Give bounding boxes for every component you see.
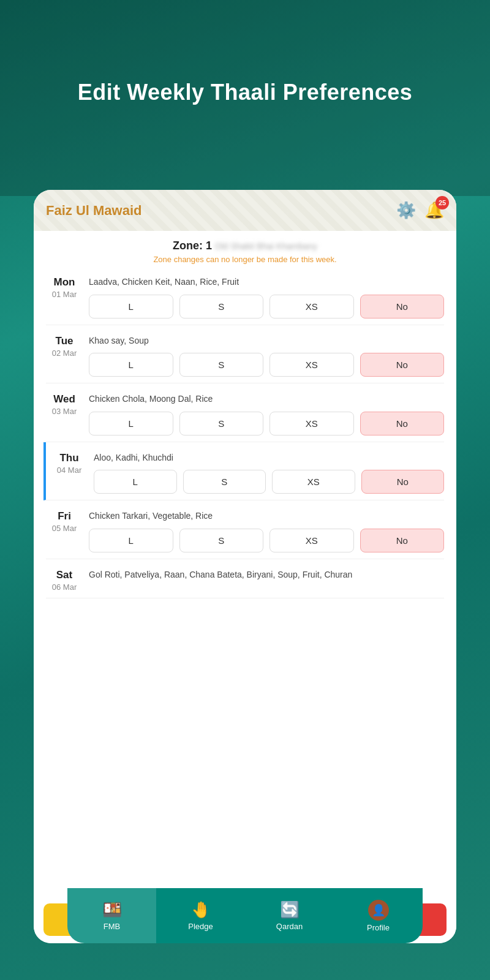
nav-item-fmb[interactable]: 🍱 FMB xyxy=(67,888,156,943)
size-btn-mon-s[interactable]: S xyxy=(179,295,264,318)
bottom-nav: 🍱 FMB 🤚 Pledge 🔄 Qardan 👤 Profile xyxy=(67,888,423,943)
size-btn-fri-s[interactable]: S xyxy=(179,529,264,552)
nav-label-qardan: Qardan xyxy=(276,922,303,931)
day-label-fri: Fri 05 Mar xyxy=(46,510,83,533)
pledge-icon: 🤚 xyxy=(191,900,211,919)
day-date-wed: 03 Mar xyxy=(46,407,83,416)
day-row-sat: Sat 06 Mar Gol Roti, Patveliya, Raan, Ch… xyxy=(46,559,444,598)
header-icons: ⚙️ 🔔 25 xyxy=(396,201,444,220)
page-title: Edit Weekly Thaali Preferences xyxy=(0,80,490,105)
size-btn-fri-l[interactable]: L xyxy=(89,529,173,552)
day-row-wed: Wed 03 Mar Chicken Chola, Moong Dal, Ric… xyxy=(46,383,444,442)
size-buttons-wed: L S XS No xyxy=(89,412,444,435)
size-buttons-fri: L S XS No xyxy=(89,529,444,552)
size-btn-thu-xs[interactable]: XS xyxy=(272,470,355,494)
day-menu-fri: Chicken Tarkari, Vegetable, Rice xyxy=(89,510,444,522)
profile-avatar: 👤 xyxy=(368,900,389,921)
nav-item-profile[interactable]: 👤 Profile xyxy=(334,888,423,943)
day-name-tue: Tue xyxy=(46,335,83,347)
zone-warning: Zone changes can no longer be made for t… xyxy=(46,255,444,264)
size-btn-tue-no[interactable]: No xyxy=(360,353,445,377)
size-btn-fri-xs[interactable]: XS xyxy=(270,529,354,552)
day-name-wed: Wed xyxy=(46,393,83,405)
size-btn-thu-s[interactable]: S xyxy=(183,470,266,494)
day-menu-sat: Gol Roti, Patveliya, Raan, Chana Bateta,… xyxy=(89,569,444,581)
size-buttons-thu: L S XS No xyxy=(94,470,444,494)
day-label-wed: Wed 03 Mar xyxy=(46,393,83,416)
day-menu-wed: Chicken Chola, Moong Dal, Rice xyxy=(89,393,444,405)
day-label-sat: Sat 06 Mar xyxy=(46,569,83,592)
day-menu-thu: Aloo, Kadhi, Khuchdi xyxy=(94,452,444,464)
size-btn-tue-s[interactable]: S xyxy=(179,353,264,377)
size-btn-tue-xs[interactable]: XS xyxy=(270,353,354,377)
day-menu-mon: Laadva, Chicken Keit, Naan, Rice, Fruit xyxy=(89,276,444,288)
gear-icon[interactable]: ⚙️ xyxy=(396,201,416,220)
size-btn-mon-xs[interactable]: XS xyxy=(270,295,354,318)
day-date-fri: 05 Mar xyxy=(46,524,83,533)
nav-label-profile: Profile xyxy=(367,923,390,932)
day-name-thu: Thu xyxy=(51,452,88,464)
size-buttons-tue: L S XS No xyxy=(89,353,444,377)
day-row-thu: Thu 04 Mar Aloo, Kadhi, Khuchdi L S XS N… xyxy=(43,442,444,501)
day-content-sat: Gol Roti, Patveliya, Raan, Chana Bateta,… xyxy=(83,569,444,587)
main-card: Faiz Ul Mawaid ⚙️ 🔔 25 Zone: 1 Old Shakt… xyxy=(34,190,456,943)
day-date-thu: 04 Mar xyxy=(51,466,88,475)
nav-item-qardan[interactable]: 🔄 Qardan xyxy=(245,888,334,943)
day-name-fri: Fri xyxy=(46,510,83,522)
size-btn-wed-no[interactable]: No xyxy=(360,412,445,435)
day-content-tue: Khao say, Soup L S XS No xyxy=(83,335,444,377)
day-label-mon: Mon 01 Mar xyxy=(46,276,83,299)
zone-blurred-text: Old Shakti Bhai Khambany xyxy=(215,241,317,251)
notification-badge: 25 xyxy=(435,196,449,209)
size-btn-thu-l[interactable]: L xyxy=(94,470,177,494)
nav-label-pledge: Pledge xyxy=(188,922,213,931)
size-buttons-mon: L S XS No xyxy=(89,295,444,318)
app-name: Faiz Ul Mawaid xyxy=(46,203,141,219)
day-date-sat: 06 Mar xyxy=(46,582,83,592)
day-name-mon: Mon xyxy=(46,276,83,288)
nav-item-pledge[interactable]: 🤚 Pledge xyxy=(156,888,245,943)
day-content-thu: Aloo, Kadhi, Khuchdi L S XS No xyxy=(88,452,444,494)
day-menu-tue: Khao say, Soup xyxy=(89,335,444,347)
qardan-icon: 🔄 xyxy=(280,900,300,919)
bell-wrapper[interactable]: 🔔 25 xyxy=(424,201,444,220)
size-btn-wed-s[interactable]: S xyxy=(179,412,264,435)
fmb-icon: 🍱 xyxy=(102,900,122,919)
day-date-tue: 02 Mar xyxy=(46,349,83,358)
size-btn-mon-l[interactable]: L xyxy=(89,295,173,318)
nav-label-fmb: FMB xyxy=(104,922,120,931)
day-content-wed: Chicken Chola, Moong Dal, Rice L S XS No xyxy=(83,393,444,435)
size-btn-wed-l[interactable]: L xyxy=(89,412,173,435)
day-content-fri: Chicken Tarkari, Vegetable, Rice L S XS … xyxy=(83,510,444,552)
size-btn-fri-no[interactable]: No xyxy=(360,529,445,552)
day-row-fri: Fri 05 Mar Chicken Tarkari, Vegetable, R… xyxy=(46,500,444,559)
day-name-sat: Sat xyxy=(46,569,83,581)
zone-section: Zone: 1 Old Shakti Bhai Khambany Zone ch… xyxy=(34,231,456,266)
days-container: Mon 01 Mar Laadva, Chicken Keit, Naan, R… xyxy=(34,266,456,896)
day-date-mon: 01 Mar xyxy=(46,290,83,299)
day-row-mon: Mon 01 Mar Laadva, Chicken Keit, Naan, R… xyxy=(46,266,444,325)
day-label-tue: Tue 02 Mar xyxy=(46,335,83,358)
card-header: Faiz Ul Mawaid ⚙️ 🔔 25 xyxy=(34,190,456,231)
size-btn-tue-l[interactable]: L xyxy=(89,353,173,377)
size-btn-mon-no[interactable]: No xyxy=(360,295,445,318)
size-btn-wed-xs[interactable]: XS xyxy=(270,412,354,435)
day-row-tue: Tue 02 Mar Khao say, Soup L S XS No xyxy=(46,325,444,384)
day-content-mon: Laadva, Chicken Keit, Naan, Rice, Fruit … xyxy=(83,276,444,318)
zone-text: Zone: 1 xyxy=(173,239,212,252)
day-label-thu: Thu 04 Mar xyxy=(51,452,88,475)
size-btn-thu-no[interactable]: No xyxy=(361,470,445,494)
zone-label: Zone: 1 Old Shakti Bhai Khambany xyxy=(46,239,444,252)
